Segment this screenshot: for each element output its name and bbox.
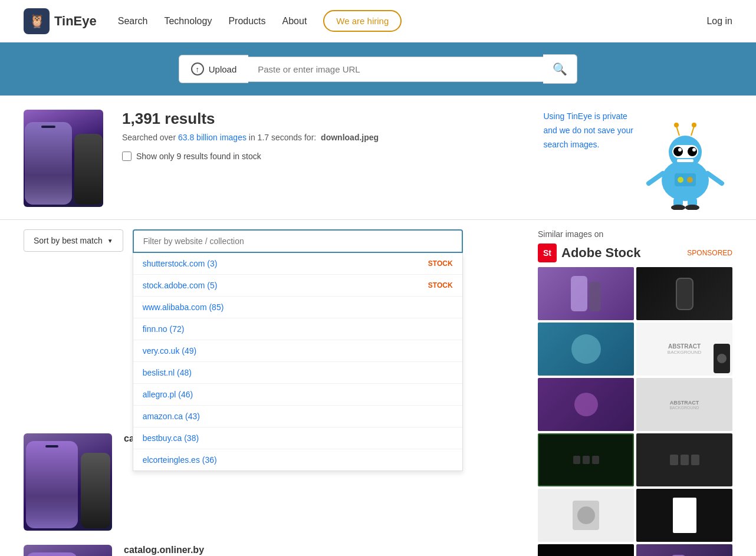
filter-item-link[interactable]: elcorteingles.es (36) [143,455,217,465]
filter-item[interactable]: finn.no (72) [133,318,462,340]
result-count: 1,391 results [122,110,524,128]
svg-rect-7 [677,159,693,162]
filter-dropdown: shutterstock.com (3) STOCK stock.adobe.c… [133,253,463,471]
svg-point-5 [688,147,697,156]
adobe-header: St Adobe Stock SPONSORED [538,244,732,262]
search-icon: 🔍 [553,62,567,75]
adobe-thumb-10[interactable] [636,489,732,542]
search-bar-section: ↑ Upload 🔍 [0,42,756,96]
results-info-section: 1,391 results Searched over 63.8 billion… [0,96,756,219]
main-content: Sort by best match ▼ shutterstock.com (3… [0,220,756,556]
filter-controls-row: Sort by best match ▼ shutterstock.com (3… [24,220,524,262]
site-name-2: catalog.onliner.by [124,545,204,555]
adobe-grid: ABSTRACT BACKGROUND ABSTRACT BACKGROUND [538,267,732,556]
result-detail-2: catalog.onliner.by [124,545,204,555]
search-image-preview [24,110,103,207]
adobe-thumb-6[interactable]: ABSTRACT BACKGROUND [636,378,732,431]
similar-label: Similar images on [538,229,732,239]
index-link[interactable]: 63.8 billion images [178,133,246,142]
svg-point-9 [674,123,679,127]
adobe-logo-box: St [538,244,557,262]
svg-point-20 [687,177,693,183]
adobe-thumb-8[interactable] [636,433,732,486]
url-input[interactable] [248,57,543,82]
nav-technology[interactable]: Technology [164,16,212,27]
filter-item-link[interactable]: finn.no (72) [143,324,185,334]
adobe-thumb-1[interactable] [538,267,634,320]
filter-item[interactable]: www.alibaba.com (85) [133,297,462,318]
adobe-panel: Similar images on St Adobe Stock SPONSOR… [538,220,732,556]
privacy-section: Using TinEye is private and we do not sa… [543,110,732,210]
filter-input-container: shutterstock.com (3) STOCK stock.adobe.c… [133,229,463,253]
nav-products[interactable]: Products [228,16,265,27]
filter-input[interactable] [133,229,463,253]
svg-line-13 [708,173,722,183]
svg-point-4 [678,148,682,152]
svg-point-16 [671,205,685,210]
speaker-icon [714,344,730,373]
nav-search[interactable]: Search [118,16,148,27]
stock-checkbox-row[interactable]: Show only 9 results found in stock [122,152,524,161]
filter-item-link[interactable]: very.co.uk (49) [143,346,197,356]
upload-button[interactable]: ↑ Upload [179,55,249,83]
result-info: 1,391 results Searched over 63.8 billion… [122,110,524,161]
filter-item-link[interactable]: allegro.pl (46) [143,390,193,399]
filter-item[interactable]: elcorteingles.es (36) [133,449,462,471]
filter-item[interactable]: very.co.uk (49) [133,340,462,362]
filter-item-link[interactable]: shutterstock.com (3) [143,259,218,268]
filter-item-link[interactable]: amazon.ca (43) [143,412,200,421]
result-thumb-1 [24,433,112,531]
left-content: Sort by best match ▼ shutterstock.com (3… [24,220,524,556]
filter-item-link[interactable]: www.alibaba.com (85) [143,302,224,312]
navbar-links: Search Technology Products About [118,16,307,27]
meta-prefix: Searched over [122,133,176,142]
logo-link[interactable]: 🦉 TinEye [24,8,97,34]
logo-text: TinEye [54,14,97,29]
privacy-line: Using TinEye is private and we do not sa… [543,110,633,152]
navbar: 🦉 TinEye Search Technology Products Abou… [0,0,756,42]
filter-item[interactable]: shutterstock.com (3) STOCK [133,253,462,275]
svg-line-12 [649,173,663,183]
filter-item[interactable]: stock.adobe.com (5) STOCK [133,275,462,297]
filter-item[interactable]: amazon.ca (43) [133,406,462,427]
filter-item[interactable]: bestbuy.ca (38) [133,427,462,449]
login-button[interactable]: Log in [706,16,732,27]
filter-item-link[interactable]: stock.adobe.com (5) [143,281,218,290]
result-thumb-2 [24,545,112,556]
result-meta: Searched over 63.8 billion images in 1.7… [122,133,524,142]
nav-about[interactable]: About [282,16,307,27]
sponsored-tag: SPONSORED [687,249,732,257]
filter-item-link[interactable]: bestbuy.ca (38) [143,433,199,443]
svg-point-17 [685,205,699,210]
adobe-thumb-3[interactable] [538,323,634,376]
preview-phone [24,110,103,207]
upload-arrow-icon: ↑ [191,62,204,75]
svg-line-10 [691,126,694,136]
search-button[interactable]: 🔍 [543,54,577,84]
adobe-thumb-2[interactable] [636,267,732,320]
adobe-thumb-7[interactable] [538,433,634,486]
privacy-text: Using TinEye is private and we do not sa… [543,110,633,152]
adobe-thumb-4[interactable]: ABSTRACT BACKGROUND [636,323,732,376]
hiring-button[interactable]: We are hiring [323,10,402,32]
filter-item[interactable]: allegro.pl (46) [133,384,462,406]
adobe-thumb-9[interactable] [538,489,634,542]
sort-button[interactable]: Sort by best match ▼ [24,229,123,252]
adobe-title: Adobe Stock [561,245,640,261]
adobe-thumb-5[interactable] [538,378,634,431]
robot-illustration [638,110,732,210]
chevron-down-icon: ▼ [107,238,113,244]
adobe-thumb-11[interactable] [538,544,634,556]
upload-label: Upload [209,64,237,74]
svg-point-19 [678,177,683,183]
stock-label: Show only 9 results found in stock [136,152,261,161]
filter-item-tag-0: STOCK [428,259,453,268]
svg-point-11 [692,123,696,127]
adobe-thumb-12[interactable] [636,544,732,556]
filename: download.jpeg [321,133,379,142]
result-item-2: catalog.onliner.by [24,545,524,556]
filter-item-link[interactable]: beslist.nl (48) [143,368,192,377]
meta-middle: in 1.7 seconds for: [249,133,316,142]
stock-checkbox[interactable] [122,152,132,161]
filter-item[interactable]: beslist.nl (48) [133,362,462,384]
